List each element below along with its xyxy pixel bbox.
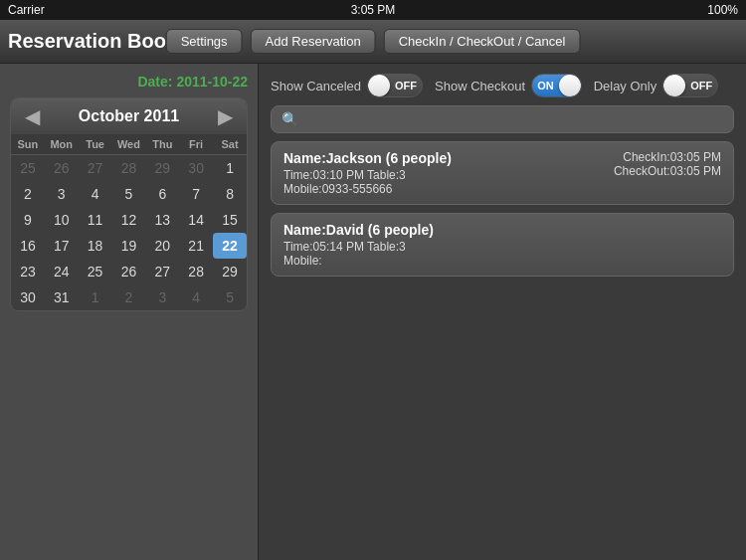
calendar-day-2-6[interactable]: 15 — [213, 207, 247, 233]
res-mobile-0: Mobile:0933-555666 — [283, 182, 721, 196]
show-checkout-knob — [559, 75, 581, 96]
calendar-day-4-5[interactable]: 28 — [179, 259, 213, 284]
calendar-day-1-4[interactable]: 6 — [145, 181, 179, 207]
calendar-day-0-6[interactable]: 1 — [213, 155, 247, 182]
reservation-card-1[interactable]: Name:David (6 people) Time:05:14 PM Tabl… — [271, 213, 734, 277]
calendar-day-0-1[interactable]: 26 — [45, 155, 79, 182]
show-checkout-group: Show Checkout ON — [435, 74, 582, 97]
show-checkout-toggle[interactable]: ON — [531, 74, 582, 97]
add-reservation-button[interactable]: Add Reservation — [251, 29, 376, 54]
date-label-text: Date: — [137, 74, 172, 90]
show-canceled-state: OFF — [390, 80, 422, 92]
calendar-day-5-6[interactable]: 5 — [213, 284, 247, 310]
prev-month-button[interactable]: ◀ — [19, 104, 46, 128]
settings-button[interactable]: Settings — [166, 29, 243, 54]
calendar-day-1-6[interactable]: 8 — [213, 181, 247, 207]
res-time-table-1: Time:05:14 PM Table:3 — [283, 240, 721, 254]
calendar-day-4-6[interactable]: 29 — [213, 259, 247, 284]
calendar-day-2-1[interactable]: 10 — [45, 207, 79, 233]
calendar-day-0-4[interactable]: 29 — [145, 155, 179, 182]
calendar-day-5-1[interactable]: 31 — [45, 284, 79, 310]
calendar-panel: Date: 2011-10-22 ◀ October 2011 ▶ Sun Mo… — [0, 64, 259, 560]
calendar-day-3-4[interactable]: 20 — [145, 233, 179, 259]
show-canceled-group: Show Canceled OFF — [271, 74, 423, 97]
show-canceled-toggle[interactable]: OFF — [367, 74, 423, 97]
calendar-day-2-2[interactable]: 11 — [79, 207, 112, 233]
next-month-button[interactable]: ▶ — [212, 104, 239, 128]
calendar-day-3-0[interactable]: 16 — [11, 233, 45, 259]
main-content: Date: 2011-10-22 ◀ October 2011 ▶ Sun Mo… — [0, 64, 746, 560]
delay-only-label: Delay Only — [594, 79, 657, 93]
calendar-day-5-5[interactable]: 4 — [179, 284, 213, 310]
calendar-day-2-3[interactable]: 12 — [112, 207, 146, 233]
calendar-day-3-2[interactable]: 18 — [79, 233, 112, 259]
delay-only-state: OFF — [685, 80, 717, 92]
reservations-panel: Show Canceled OFF Show Checkout ON Delay… — [259, 64, 746, 560]
calendar-week-0: 2526272829301 — [11, 155, 247, 182]
calendar-day-5-0[interactable]: 30 — [11, 284, 45, 310]
show-checkout-label: Show Checkout — [435, 79, 525, 93]
calendar-day-5-4[interactable]: 3 — [145, 284, 179, 310]
calendar-grid: Sun Mon Tue Wed Thu Fri Sat 252627282930… — [11, 134, 247, 310]
delay-only-group: Delay Only OFF — [594, 74, 719, 97]
calendar-day-5-2[interactable]: 1 — [79, 284, 112, 310]
res-mobile-1: Mobile: — [283, 254, 721, 268]
date-label: Date: 2011-10-22 — [10, 74, 248, 90]
calendar-week-4: 23242526272829 — [11, 259, 247, 284]
calendar-week-2: 9101112131415 — [11, 207, 247, 233]
date-value: 2011-10-22 — [176, 74, 248, 90]
calendar: ◀ October 2011 ▶ Sun Mon Tue Wed Thu Fri… — [10, 97, 248, 311]
time-text: 3:05 PM — [351, 3, 396, 17]
res-checkin-0: CheckIn:03:05 PM CheckOut:03:05 PM — [614, 150, 721, 178]
calendar-day-3-5[interactable]: 21 — [179, 233, 213, 259]
search-icon: 🔍 — [281, 111, 298, 127]
calendar-day-2-0[interactable]: 9 — [11, 207, 45, 233]
calendar-day-0-0[interactable]: 25 — [11, 155, 45, 182]
calendar-day-4-1[interactable]: 24 — [45, 259, 79, 284]
reservations-list: CheckIn:03:05 PM CheckOut:03:05 PM Name:… — [271, 141, 734, 277]
calendar-day-1-2[interactable]: 4 — [79, 181, 112, 207]
delay-only-knob — [663, 75, 685, 96]
calendar-weekdays: Sun Mon Tue Wed Thu Fri Sat — [11, 134, 247, 155]
calendar-day-0-5[interactable]: 30 — [179, 155, 213, 182]
carrier-text: Carrier — [8, 3, 45, 17]
calendar-day-1-1[interactable]: 3 — [45, 181, 79, 207]
calendar-day-1-0[interactable]: 2 — [11, 181, 45, 207]
calendar-day-2-5[interactable]: 14 — [179, 207, 213, 233]
calendar-day-0-3[interactable]: 28 — [112, 155, 146, 182]
calendar-header: ◀ October 2011 ▶ — [11, 98, 247, 134]
header: Reservation Book Settings Add Reservatio… — [0, 20, 746, 64]
calendar-day-1-5[interactable]: 7 — [179, 181, 213, 207]
calendar-day-5-3[interactable]: 2 — [112, 284, 146, 310]
calendar-week-3: 16171819202122 — [11, 233, 247, 259]
status-bar: Carrier 3:05 PM 100% — [0, 0, 746, 20]
weekday-wed: Wed — [112, 134, 146, 155]
calendar-day-3-6[interactable]: 22 — [213, 233, 247, 259]
show-checkout-state: ON — [532, 80, 559, 92]
toggle-row: Show Canceled OFF Show Checkout ON Delay… — [271, 74, 734, 97]
calendar-day-4-3[interactable]: 26 — [112, 259, 146, 284]
calendar-day-1-3[interactable]: 5 — [112, 181, 146, 207]
calendar-day-4-2[interactable]: 25 — [79, 259, 112, 284]
delay-only-toggle[interactable]: OFF — [662, 74, 718, 97]
calendar-day-4-0[interactable]: 23 — [11, 259, 45, 284]
calendar-day-3-3[interactable]: 19 — [112, 233, 146, 259]
calendar-day-0-2[interactable]: 27 — [79, 155, 112, 182]
reservation-card-0[interactable]: CheckIn:03:05 PM CheckOut:03:05 PM Name:… — [271, 141, 734, 205]
checkin-checkout-cancel-button[interactable]: CheckIn / CheckOut / Cancel — [384, 29, 581, 54]
search-input[interactable] — [304, 111, 723, 127]
weekday-sun: Sun — [11, 134, 45, 155]
app-title: Reservation Book — [8, 30, 177, 53]
calendar-week-1: 2345678 — [11, 181, 247, 207]
res-name-1: Name:David (6 people) — [283, 222, 721, 238]
weekday-fri: Fri — [179, 134, 213, 155]
weekday-tue: Tue — [79, 134, 112, 155]
header-buttons: Settings Add Reservation CheckIn / Check… — [166, 29, 581, 54]
battery-text: 100% — [707, 3, 738, 17]
show-canceled-knob — [368, 75, 390, 96]
calendar-day-3-1[interactable]: 17 — [45, 233, 79, 259]
show-canceled-label: Show Canceled — [271, 79, 361, 93]
calendar-day-4-4[interactable]: 27 — [145, 259, 179, 284]
calendar-day-2-4[interactable]: 13 — [145, 207, 179, 233]
weekday-mon: Mon — [45, 134, 79, 155]
